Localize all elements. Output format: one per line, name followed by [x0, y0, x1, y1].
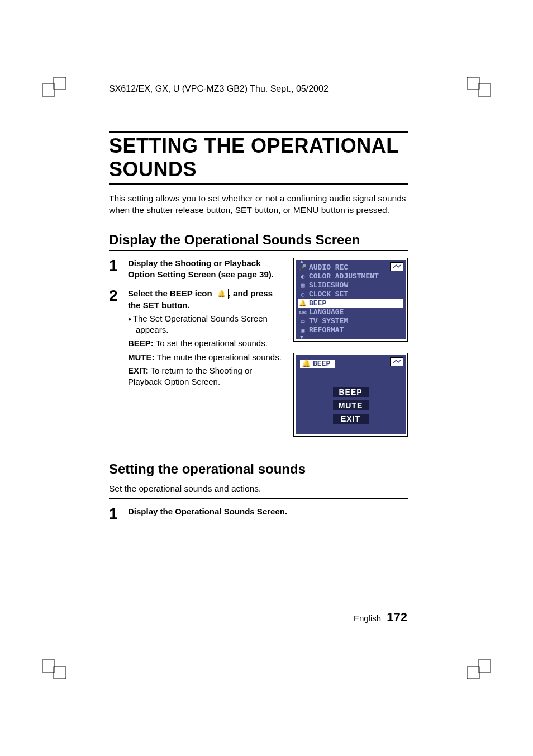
beep-screen-title: 🔔 BEEP [300, 360, 335, 368]
clock-icon: ◷ [299, 291, 307, 298]
page-footer: English 172 [354, 610, 407, 625]
step-2: 2 Select the BEEP icon 🔔, and press the … [109, 288, 282, 388]
svg-rect-0 [42, 84, 55, 96]
svg-rect-1 [54, 77, 66, 89]
menu-item-reformat: ▣REFORMAT [298, 326, 403, 335]
menu-item-clock: ◷CLOCK SET [298, 290, 403, 299]
content-area: SETTING THE OPERATIONAL SOUNDS This sett… [109, 131, 408, 530]
slideshow-icon: ▦ [299, 282, 307, 289]
svg-rect-5 [54, 667, 66, 679]
print-header: SX612/EX, GX, U (VPC-MZ3 GB2) Thu. Sept.… [109, 84, 329, 94]
menu-item-audio-rec: 🎤AUDIO REC [298, 263, 403, 272]
section2-step1-text: Display the Operational Sounds Screen. [128, 507, 287, 516]
mic-icon: 🎤 [299, 264, 307, 271]
menu-item-beep: 🔔BEEP [298, 299, 403, 308]
tool-icon [390, 262, 403, 271]
step-number: 1 [109, 258, 128, 281]
page: SX612/EX, GX, U (VPC-MZ3 GB2) Thu. Sept.… [0, 0, 533, 756]
scroll-down-icon: ▼ [300, 334, 303, 341]
tv-icon: ▭ [299, 318, 307, 325]
svg-rect-6 [478, 660, 491, 672]
menu-item-slideshow: ▦SLIDESHOW [298, 281, 403, 290]
step-number: 1 [109, 506, 128, 522]
section2-step-1: 1 Display the Operational Sounds Screen. [109, 506, 408, 522]
svg-rect-7 [467, 667, 479, 679]
menu-item-tv: ▭TV SYSTEM [298, 317, 403, 326]
lang-icon: abc [299, 310, 307, 315]
beep-option-mute: MUTE [333, 400, 369, 410]
def-mute: MUTE: The mute the operational sounds. [128, 352, 282, 363]
tool-icon [390, 357, 403, 366]
scroll-up-icon: ▲ [300, 259, 303, 265]
step2-title: Select the BEEP icon 🔔, and press the SE… [128, 288, 282, 311]
card-icon: ▣ [299, 327, 307, 334]
lcd-screen-menu: ▲ 🎤AUDIO REC ◐COLOR ADJUSTMENT ▦SLIDESHO… [293, 258, 408, 342]
divider [109, 498, 408, 499]
crop-mark-tr [466, 77, 491, 102]
step-number: 2 [109, 288, 128, 388]
intro-text: This setting allows you to set whether o… [109, 193, 408, 216]
page-title: SETTING THE OPERATIONAL SOUNDS [109, 131, 408, 185]
step2-bullet: The Set Operational Sounds Screen appear… [128, 313, 282, 336]
svg-rect-4 [42, 660, 55, 672]
menu-item-color: ◐COLOR ADJUSTMENT [298, 272, 403, 281]
beep-option-beep: BEEP [333, 387, 369, 397]
beep-option-exit: EXIT [333, 414, 369, 424]
step1-text: Display the Shooting or Playback Option … [128, 258, 274, 279]
crop-mark-tl [42, 77, 67, 102]
crop-mark-br [466, 654, 491, 679]
step-1: 1 Display the Shooting or Playback Optio… [109, 258, 282, 281]
bell-icon: 🔔 [302, 359, 311, 368]
footer-language: English [354, 613, 381, 623]
def-exit: EXIT: To return to the Shooting or Playb… [128, 365, 282, 388]
section2-heading: Setting the operational sounds [109, 461, 408, 477]
beep-icon: 🔔 [215, 289, 229, 299]
def-beep: BEEP: To set the operational sounds. [128, 338, 282, 349]
crop-mark-bl [42, 654, 67, 679]
bell-icon: 🔔 [299, 300, 307, 307]
color-icon: ◐ [299, 273, 307, 280]
menu-item-language: abcLANGUAGE [298, 308, 403, 317]
svg-rect-2 [478, 84, 491, 96]
page-number: 172 [387, 610, 407, 624]
section2-sub: Set the operational sounds and actions. [109, 484, 408, 494]
svg-rect-3 [467, 77, 479, 89]
section1-heading: Display the Operational Sounds Screen [109, 232, 408, 251]
lcd-screen-beep: 🔔 BEEP BEEP MUTE EXIT [293, 353, 408, 437]
